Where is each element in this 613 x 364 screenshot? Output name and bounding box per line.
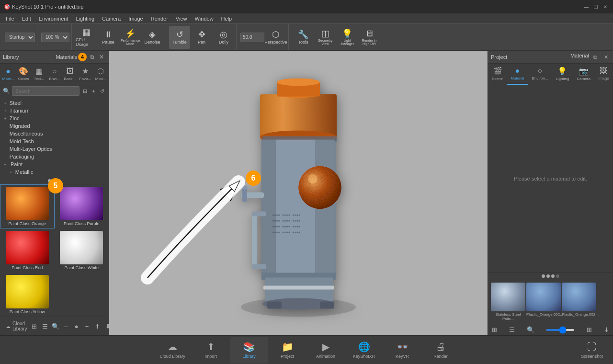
- lib-textures-icon[interactable]: ▦ Text...: [32, 66, 46, 82]
- minimize-btn[interactable]: —: [582, 3, 590, 11]
- tab-lighting[interactable]: 💡 Lighting: [552, 64, 573, 85]
- tree-item-mold-tech[interactable]: +Mold-Tech: [0, 137, 109, 145]
- bottom-tab-project[interactable]: 📁 Project: [268, 337, 306, 364]
- right-panel-controls: Material ⧉ ✕: [570, 53, 610, 61]
- tab-environment[interactable]: ○ Environ...: [528, 64, 552, 85]
- rdot-1[interactable]: [542, 274, 545, 278]
- bottom-tab-animation[interactable]: ▶ Animation: [306, 337, 345, 364]
- tree-item-steel[interactable]: +Steel: [0, 99, 109, 107]
- bottom-tab-library[interactable]: 📚 Library: [230, 337, 268, 364]
- bottom-tab-screenshot[interactable]: ⛶ Screenshot: [573, 337, 611, 364]
- rdot-3[interactable]: [551, 274, 555, 278]
- dolly-btn[interactable]: ◎Dolly: [213, 26, 234, 49]
- bottom-tab-render[interactable]: 🖨 Render: [421, 337, 460, 364]
- tools-btn[interactable]: 🔧Tools: [293, 26, 314, 49]
- menubar-item-environment[interactable]: Environment: [35, 15, 72, 23]
- menubar-item-edit[interactable]: Edit: [18, 15, 35, 23]
- bottom-tab-cloud-library[interactable]: ☁ Cloud Library: [153, 337, 192, 364]
- menubar-item-image[interactable]: Image: [125, 15, 147, 23]
- zoom-slider[interactable]: ●: [72, 322, 81, 330]
- pan-btn[interactable]: ✥Pan: [191, 26, 212, 49]
- thumb-paint-gloss-white[interactable]: Paint Gloss White: [55, 228, 109, 273]
- rdot-2[interactable]: [546, 274, 550, 278]
- zoom-select[interactable]: 100 %: [41, 33, 69, 42]
- tree-item-zinc[interactable]: +Zinc: [0, 114, 109, 122]
- render-high-dpi-btn[interactable]: 🖥Render in High DPI: [359, 26, 380, 49]
- menubar-item-camera[interactable]: Camera: [98, 15, 125, 23]
- right-zoom-slider[interactable]: [546, 329, 575, 331]
- tree-item-paint[interactable]: −Paint: [0, 160, 109, 168]
- lib-upload-icon[interactable]: ⬆: [93, 322, 102, 330]
- tree-item-multi-layer[interactable]: +Multi-Layer Optics: [0, 145, 109, 153]
- tab-material[interactable]: ● Material: [507, 64, 528, 85]
- denoise-btn[interactable]: ◈Denoise: [142, 26, 163, 49]
- thumb-paint-gloss-yellow[interactable]: Paint Gloss Yellow: [0, 273, 55, 317]
- add-icon[interactable]: +: [90, 87, 97, 95]
- menubar-item-file[interactable]: File: [2, 15, 18, 23]
- lib-favorites-icon[interactable]: ★ Favo...: [78, 66, 92, 82]
- field-input[interactable]: [240, 33, 264, 42]
- tumble-btn[interactable]: ↺Tumble: [169, 26, 190, 49]
- lib-environments-icon[interactable]: ○ Envi...: [47, 66, 61, 82]
- maximize-btn[interactable]: ❐: [592, 3, 600, 11]
- right-expand-icon[interactable]: ⧉: [591, 53, 600, 61]
- viewport[interactable]: ▪▪▪▪ ▪▪▪▪ ▪▪▪▪ ▪▪▪▪ ▪▪▪▪ ▪▪▪▪ ▪▪▪▪ ▪▪▪▪ …: [109, 51, 488, 335]
- lib-models-icon[interactable]: ⬡ Mod...: [93, 66, 108, 82]
- rt-plastic-orange-2[interactable]: Plastic_Orange.002...: [562, 283, 596, 321]
- bottom-tab-keyshotxr[interactable]: 🌐 KeyShotXR: [345, 337, 383, 364]
- project-icon: 📁: [282, 341, 294, 353]
- grid-view-icon[interactable]: ⊞: [30, 322, 39, 330]
- list-view-icon[interactable]: ☰: [41, 322, 49, 330]
- workspace-select[interactable]: Startup: [5, 33, 35, 42]
- right-list-icon[interactable]: ☰: [509, 326, 515, 333]
- menubar-item-render[interactable]: Render: [147, 15, 172, 23]
- materials-tab-label[interactable]: Materials: [56, 54, 77, 60]
- bottom-tab-keyvr[interactable]: 👓 KeyVR: [383, 337, 421, 364]
- lib-expand-icon[interactable]: ⧉: [88, 53, 96, 61]
- perspective-btn[interactable]: ⬡Perspective: [265, 26, 286, 49]
- tab-camera[interactable]: 📷 Camera: [573, 64, 594, 85]
- thumb-paint-gloss-orange[interactable]: Paint Gloss Orange: [0, 184, 55, 228]
- menubar-item-view[interactable]: View: [172, 15, 191, 23]
- performance-mode-btn[interactable]: ⚡Performance Mode: [120, 26, 141, 49]
- lib-colors-icon[interactable]: 🎨 Colors: [16, 66, 31, 82]
- filter-icon[interactable]: ⊞: [81, 87, 88, 95]
- right-download-icon[interactable]: ⬇: [604, 326, 609, 333]
- right-search-icon[interactable]: 🔍: [527, 326, 534, 333]
- cpu-usage-btn[interactable]: ▦CPU Usage: [76, 26, 97, 49]
- cloud-library-label[interactable]: ☁ Cloud Library: [3, 319, 30, 333]
- zoom-out-icon[interactable]: ─: [62, 322, 70, 330]
- tree-item-titanium[interactable]: +Titanium: [0, 107, 109, 114]
- lib-backplates-icon[interactable]: 🖼 Back...: [63, 66, 77, 82]
- tree-item-packaging[interactable]: +Packaging: [0, 153, 109, 160]
- bottom-tab-import[interactable]: ⬆ Import: [192, 337, 230, 364]
- search-small-icon[interactable]: 🔍: [51, 322, 60, 330]
- tree-item-miscellaneous[interactable]: +Miscellaneous: [0, 130, 109, 137]
- geometry-view-btn[interactable]: ◫Geometry View: [315, 26, 336, 49]
- cloud-library-btn[interactable]: ☁ Cloud Library: [3, 319, 30, 333]
- right-close-icon[interactable]: ✕: [602, 53, 610, 61]
- menubar-item-window[interactable]: Window: [191, 15, 217, 23]
- lib-close-icon[interactable]: ✕: [97, 53, 106, 61]
- tab-image[interactable]: 🖼 Image: [594, 64, 613, 85]
- lib-materials-icon[interactable]: ● Mate...: [1, 66, 15, 82]
- close-btn[interactable]: ✕: [602, 3, 609, 11]
- tab-scene[interactable]: 🎬 Scene: [488, 64, 507, 85]
- zoom-in-icon[interactable]: +: [83, 322, 91, 330]
- right-filter-icon[interactable]: ⊞: [587, 326, 592, 333]
- search-input[interactable]: [12, 86, 79, 96]
- pause-btn[interactable]: ⏸Pause: [98, 26, 119, 49]
- rt-plastic-orange-1[interactable]: Plastic_Orange.002...: [526, 283, 561, 321]
- menubar-item-help[interactable]: Help: [217, 15, 236, 23]
- rdot-4[interactable]: [556, 274, 559, 278]
- light-manager-btn[interactable]: 💡Light Manager: [337, 26, 358, 49]
- rt-stainless-steel[interactable]: Stainless Steel Polis...: [491, 283, 525, 321]
- nav-group: ↺Tumble ✥Pan ◎Dolly: [167, 24, 237, 50]
- tree-item-migrated[interactable]: +Migrated: [0, 122, 109, 130]
- tree-item-metallic[interactable]: +Metallic: [0, 168, 109, 176]
- refresh-icon[interactable]: ↺: [99, 87, 106, 95]
- menubar-item-lighting[interactable]: Lighting: [72, 15, 98, 23]
- titlebar-controls[interactable]: — ❐ ✕: [582, 3, 609, 11]
- right-grid-icon[interactable]: ⊞: [492, 326, 497, 333]
- thumb-paint-gloss-red[interactable]: Paint Gloss Red: [0, 228, 55, 273]
